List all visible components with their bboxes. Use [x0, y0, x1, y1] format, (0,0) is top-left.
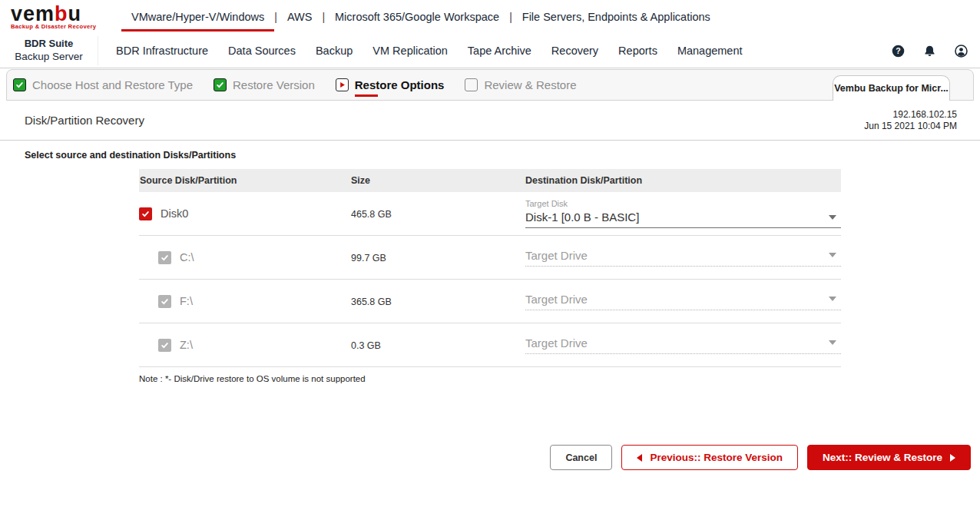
title-bar: Disk/Partition Recovery 192.168.102.15 J… — [0, 101, 980, 141]
product-nav: VMware/Hyper-V/Windows|AWS|Microsoft 365… — [121, 0, 720, 34]
target-select[interactable]: Disk-1 [0.0 B - BASIC] — [525, 210, 841, 228]
menu-item-vm-replication[interactable]: VM Replication — [363, 45, 458, 57]
arrow-right-icon — [950, 454, 955, 462]
table-row: F:\365.8 GBTarget Drive — [139, 280, 841, 323]
previous-button-label: Previous:: Restore Version — [650, 452, 783, 463]
size-cell: 99.7 GB — [351, 250, 525, 264]
vembu-wordmark: vembu — [11, 5, 101, 23]
destination-cell: Target Drive — [525, 293, 841, 310]
row-checkbox — [158, 339, 171, 352]
wizard-step-label: Restore Version — [233, 78, 315, 92]
wizard-step-choose-host-and-restore-type[interactable]: Choose Host and Restore Type — [13, 78, 193, 92]
product-bar: vembu Backup & Disaster Recovery VMware/… — [0, 0, 980, 34]
content: Select source and destination Disks/Part… — [0, 150, 980, 476]
cancel-button[interactable]: Cancel — [550, 445, 612, 470]
wizard-bar: Choose Host and Restore TypeRestore Vers… — [6, 69, 974, 101]
step-check-icon — [13, 78, 26, 91]
wizard-steps: Choose Host and Restore TypeRestore Vers… — [13, 78, 597, 92]
help-icon[interactable]: ? — [892, 45, 905, 58]
note-text: Note : *- Disk/Drive restore to OS volum… — [139, 374, 980, 383]
chevron-down-icon — [829, 253, 836, 257]
size-cell: 465.8 GB — [351, 207, 525, 220]
target-select-value: Target Drive — [525, 336, 588, 350]
target-select: Target Drive — [525, 293, 841, 310]
column-header-source: Source Disk/Partition — [139, 175, 351, 186]
step-empty-icon — [465, 78, 478, 91]
step-play-icon — [336, 78, 349, 91]
account-icon[interactable] — [955, 45, 968, 58]
target-select: Target Drive — [525, 249, 841, 267]
table-row: C:\99.7 GBTarget Drive — [139, 236, 841, 280]
appbar-icons: ? — [892, 45, 968, 58]
context-tab[interactable]: Vembu Backup for Micr... — [833, 75, 950, 101]
menu-item-reports[interactable]: Reports — [608, 45, 667, 57]
disk-size: 365.8 GB — [351, 297, 392, 307]
suite-subtitle: Backup Server — [0, 51, 98, 64]
table-header: Source Disk/Partition Size Destination D… — [139, 169, 841, 192]
source-cell: C:\ — [139, 251, 351, 264]
row-checkbox — [158, 251, 171, 264]
table-rows: Disk0465.8 GBTarget DiskDisk-1 [0.0 B - … — [139, 192, 841, 367]
menu-item-data-sources[interactable]: Data Sources — [218, 45, 306, 57]
app-menu: BDR InfrastructureData SourcesBackupVM R… — [106, 45, 753, 57]
menu-item-recovery[interactable]: Recovery — [541, 45, 608, 57]
vembu-logo[interactable]: vembu Backup & Disaster Recovery — [11, 5, 101, 30]
next-button[interactable]: Next:: Review & Restore — [807, 445, 971, 470]
chevron-down-icon — [829, 340, 836, 345]
disk-table: Source Disk/Partition Size Destination D… — [139, 169, 841, 367]
menu-item-tape-archive[interactable]: Tape Archive — [458, 45, 541, 57]
page-title: Disk/Partition Recovery — [25, 114, 144, 127]
product-tab-vmware-hyper-v-windows[interactable]: VMware/Hyper-V/Windows — [121, 0, 274, 34]
svg-text:?: ? — [896, 46, 900, 55]
wizard-step-restore-version[interactable]: Restore Version — [214, 78, 315, 92]
wizard-step-review-restore[interactable]: Review & Restore — [465, 78, 576, 92]
source-cell: Z:\ — [139, 339, 351, 352]
brand-tagline: Backup & Disaster Recovery — [11, 23, 101, 30]
menu-item-management[interactable]: Management — [667, 45, 753, 57]
destination-cell: Target Drive — [525, 249, 841, 267]
target-select-label: Target Disk — [525, 199, 841, 208]
wizard-step-label: Choose Host and Restore Type — [32, 78, 193, 92]
section-heading: Select source and destination Disks/Part… — [25, 150, 980, 161]
suite-block[interactable]: BDR Suite Backup Server — [0, 36, 98, 65]
row-checkbox — [158, 295, 171, 308]
app-bar: BDR Suite Backup Server BDR Infrastructu… — [0, 34, 980, 68]
disk-name: Disk0 — [161, 207, 188, 220]
suite-title: BDR Suite — [0, 38, 98, 50]
column-header-destination: Destination Disk/Partition — [525, 175, 841, 186]
host-info: 192.168.102.15 Jun 15 2021 10:04 PM — [864, 109, 957, 132]
footer-actions: Cancel Previous:: Restore Version Next::… — [550, 445, 971, 470]
product-tab-aws[interactable]: AWS — [277, 0, 323, 34]
chevron-down-icon — [829, 215, 836, 220]
table-row: Disk0465.8 GBTarget DiskDisk-1 [0.0 B - … — [139, 192, 841, 236]
disk-size: 99.7 GB — [351, 253, 386, 263]
next-button-label: Next:: Review & Restore — [823, 452, 942, 463]
menu-item-backup[interactable]: Backup — [306, 45, 363, 57]
source-cell: F:\ — [139, 295, 351, 308]
disk-size: 0.3 GB — [351, 340, 381, 351]
row-checkbox[interactable] — [139, 207, 152, 220]
target-select-value: Target Drive — [525, 293, 588, 306]
destination-cell: Target DiskDisk-1 [0.0 B - BASIC] — [525, 199, 841, 228]
disk-name: Z:\ — [180, 339, 193, 351]
chevron-down-icon — [829, 297, 836, 301]
product-tab-microsoft-365-google-workspace[interactable]: Microsoft 365/Google Workspace — [325, 0, 509, 34]
notifications-icon[interactable] — [923, 45, 936, 58]
host-ip: 192.168.102.15 — [864, 109, 957, 121]
column-header-size: Size — [351, 175, 525, 186]
size-cell: 365.8 GB — [351, 294, 525, 308]
wizard-step-label: Review & Restore — [484, 78, 576, 92]
previous-button[interactable]: Previous:: Restore Version — [621, 445, 798, 470]
timestamp: Jun 15 2021 10:04 PM — [864, 121, 957, 132]
disk-name: C:\ — [180, 251, 194, 263]
destination-cell: Target Drive — [525, 336, 841, 354]
wizard-step-restore-options[interactable]: Restore Options — [336, 78, 445, 92]
table-row: Z:\0.3 GBTarget Drive — [139, 323, 841, 367]
size-cell: 0.3 GB — [351, 338, 525, 352]
product-tab-file-servers-endpoints-applications[interactable]: File Servers, Endpoints & Applications — [512, 0, 720, 34]
target-select-value: Disk-1 [0.0 B - BASIC] — [525, 210, 639, 224]
menu-item-bdr-infrastructure[interactable]: BDR Infrastructure — [106, 45, 218, 57]
target-select-value: Target Drive — [525, 249, 588, 262]
wizard-step-label: Restore Options — [355, 78, 445, 92]
source-cell: Disk0 — [139, 207, 351, 220]
